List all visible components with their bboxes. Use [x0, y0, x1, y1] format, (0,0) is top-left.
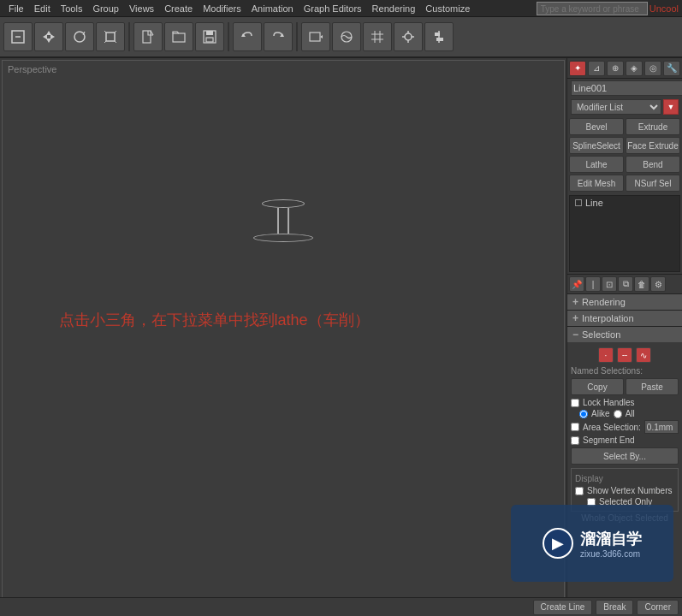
panel-hierarchy-icon[interactable]: ⊕	[607, 61, 624, 76]
selection-rollout: − Selection · ╌ ∿ Named Selections: Copy…	[567, 326, 682, 528]
show-vertex-checkbox[interactable]	[575, 487, 584, 495]
rendering-sign: +	[572, 296, 578, 308]
menu-customize[interactable]: Customize	[420, 3, 475, 14]
alike-radio[interactable]	[579, 410, 588, 418]
rendering-rollout-header[interactable]: + Rendering	[567, 294, 682, 310]
file-tool-btn[interactable]	[133, 22, 163, 51]
interpolation-rollout: + Interpolation	[567, 310, 682, 326]
svg-rect-12	[143, 31, 151, 43]
menu-graph[interactable]: Graph Editors	[299, 3, 367, 14]
selection-sign: −	[572, 329, 578, 341]
show-end-result-btn[interactable]: ⊡	[602, 276, 617, 292]
corner-btn[interactable]: Corner	[637, 600, 679, 615]
segment-end-checkbox[interactable]	[571, 436, 579, 445]
paste-btn[interactable]: Paste	[626, 378, 679, 395]
bevel-btn[interactable]: Bevel	[569, 118, 624, 135]
panel-icons: ✦ ⊿ ⊕ ◈ ◎ 🔧	[567, 58, 682, 79]
selection-content: · ╌ ∿ Named Selections: Copy Paste Lock …	[567, 342, 682, 528]
object-name-input[interactable]	[571, 80, 682, 96]
area-sel-checkbox[interactable]	[571, 423, 579, 431]
selection-rollout-header[interactable]: − Selection	[567, 327, 682, 342]
menu-modifiers[interactable]: Modifiers	[198, 3, 246, 14]
redo-tool-btn[interactable]	[264, 22, 293, 51]
interpolation-rollout-header[interactable]: + Interpolation	[567, 311, 682, 326]
make-unique-btn[interactable]: ⧉	[618, 276, 633, 292]
pin-stack-btn[interactable]: 📌	[569, 276, 584, 292]
panel-modify-icon[interactable]: ⊿	[588, 61, 605, 76]
select-tool-btn[interactable]	[3, 22, 33, 51]
alike-all-row: Alike All	[571, 408, 679, 419]
svg-marker-5	[50, 34, 55, 39]
snap-tool-btn[interactable]	[394, 22, 423, 51]
svg-line-9	[115, 31, 116, 33]
menu-views[interactable]: Views	[124, 3, 159, 14]
object-name-row	[567, 79, 682, 98]
move-tool-btn[interactable]	[34, 22, 63, 51]
scale-tool-btn[interactable]	[96, 22, 125, 51]
menu-tools[interactable]: Tools	[56, 3, 88, 14]
rotate-tool-btn[interactable]	[65, 22, 94, 51]
copy-btn[interactable]: Copy	[571, 378, 624, 395]
folder-tool-btn[interactable]	[164, 22, 193, 51]
menu-animation[interactable]: Animation	[246, 3, 299, 14]
watermark-url: zixue.3d66.com	[580, 549, 642, 559]
all-radio[interactable]	[614, 410, 622, 418]
grid-tool-btn[interactable]	[363, 22, 392, 51]
extrude-btn[interactable]: Extrude	[626, 118, 680, 135]
svg-line-11	[115, 41, 116, 43]
render-tool-btn[interactable]	[301, 22, 330, 51]
menu-rendering[interactable]: Rendering	[367, 3, 421, 14]
svg-line-10	[104, 41, 106, 43]
segment-end-row: Segment End	[571, 435, 679, 446]
face-extrude-btn[interactable]: Face Extrude	[626, 137, 680, 154]
panel-create-icon[interactable]: ✦	[569, 61, 586, 76]
menu-edit[interactable]: Edit	[29, 3, 56, 14]
alike-label: Alike	[591, 409, 610, 418]
modifier-list-row: Modifier List ▼	[567, 98, 682, 116]
undo-tool-btn[interactable]	[233, 22, 262, 51]
lock-handles-row: Lock Handles	[571, 397, 679, 408]
spline-sel-icon[interactable]: ∿	[636, 347, 651, 363]
watermark: ▶ 溜溜自学 zixue.3d66.com	[511, 505, 673, 582]
line-stack-item[interactable]: Line	[570, 196, 679, 210]
align-tool-btn[interactable]	[424, 22, 454, 51]
panel-display-icon[interactable]: ◎	[644, 61, 661, 76]
segment-sel-icon[interactable]: ╌	[617, 347, 632, 363]
remove-modifier-btn[interactable]: 🗑	[634, 276, 649, 292]
display-section-label: Display	[575, 472, 674, 485]
show-vertex-row: Show Vertex Numbers	[575, 485, 674, 496]
break-btn[interactable]: Break	[596, 600, 633, 615]
panel-motion-icon[interactable]: ◈	[626, 61, 643, 76]
vertex-sel-icon[interactable]: ·	[598, 347, 614, 363]
viewport-instruction: 点击小三角，在下拉菜单中找到lathe（车削）	[59, 310, 370, 330]
edit-mesh-btn[interactable]: Edit Mesh	[569, 175, 624, 192]
svg-rect-14	[173, 33, 185, 42]
menu-group[interactable]: Group	[87, 3, 124, 14]
toolbar-sep-1	[128, 22, 130, 51]
mat-tool-btn[interactable]	[332, 22, 361, 51]
lathe-btn[interactable]: Lathe	[569, 156, 624, 173]
bend-btn[interactable]: Bend	[626, 156, 680, 173]
modifier-dropdown-btn[interactable]: ▼	[663, 99, 679, 115]
nsurf-sel-btn[interactable]: NSurf Sel	[626, 175, 680, 192]
area-sel-value[interactable]	[644, 420, 679, 434]
viewport-object	[249, 199, 317, 251]
configure-btn[interactable]: ⚙	[650, 276, 666, 292]
spline-select-btn[interactable]: SplineSelect	[569, 137, 624, 154]
active-only-btn[interactable]: |	[585, 276, 601, 292]
watermark-name: 溜溜自学	[580, 529, 642, 549]
save-tool-btn[interactable]	[195, 22, 224, 51]
select-by-btn[interactable]: Select By...	[571, 447, 679, 465]
menu-file[interactable]: File	[3, 3, 29, 14]
panel-utilities-icon[interactable]: 🔧	[663, 61, 680, 76]
search-input[interactable]	[537, 2, 648, 15]
selection-label: Selection	[582, 329, 620, 340]
lock-handles-checkbox[interactable]	[571, 399, 579, 407]
segment-end-label: Segment End	[583, 435, 635, 445]
modifier-dropdown[interactable]: Modifier List	[571, 99, 661, 115]
svg-rect-17	[206, 38, 213, 42]
create-line-btn[interactable]: Create Line	[533, 600, 593, 615]
lathe-body-left	[277, 208, 279, 234]
all-label: All	[626, 409, 635, 418]
menu-create[interactable]: Create	[159, 3, 198, 14]
